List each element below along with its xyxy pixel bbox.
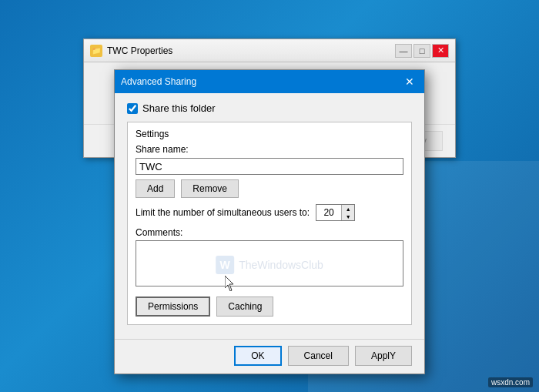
share-folder-checkbox[interactable] xyxy=(127,103,138,114)
dialog-body: Share this folder Settings Share name: A… xyxy=(115,93,424,339)
outer-window-title: TWC Properties xyxy=(107,45,390,56)
wsxdn-badge: wsxdn.com xyxy=(488,377,533,387)
share-name-label: Share name: xyxy=(136,144,403,155)
apply-btn[interactable]: ApplY xyxy=(355,346,412,366)
dialog-footer: OK Cancel ApplY xyxy=(115,339,424,374)
share-folder-row: Share this folder xyxy=(127,102,412,114)
user-limit-input[interactable] xyxy=(316,205,341,220)
permissions-btn[interactable]: Permissions xyxy=(136,297,210,317)
comments-wrapper: W TheWindowsClub xyxy=(136,240,403,289)
remove-btn[interactable]: Remove xyxy=(181,179,239,198)
share-name-input[interactable] xyxy=(136,158,403,175)
user-limit-spinner[interactable]: ▲ ▼ xyxy=(316,204,355,221)
outer-maximize-btn[interactable]: □ xyxy=(413,44,430,58)
spinner-down-btn[interactable]: ▼ xyxy=(342,213,354,220)
comments-label: Comments: xyxy=(136,227,403,238)
advanced-sharing-dialog: Advanced Sharing ✕ Share this folder Set… xyxy=(114,69,425,374)
outer-minimize-btn[interactable]: — xyxy=(395,44,412,58)
settings-group: Settings Share name: Add Remove Limit th… xyxy=(127,122,412,325)
comments-textarea[interactable] xyxy=(136,240,403,286)
folder-icon: 📁 xyxy=(90,45,102,57)
settings-label: Settings xyxy=(136,129,403,139)
share-folder-label: Share this folder xyxy=(142,102,216,114)
spinner-up-btn[interactable]: ▲ xyxy=(342,205,354,213)
outer-window-controls: — □ ✕ xyxy=(395,44,449,58)
caching-btn[interactable]: Caching xyxy=(216,297,273,317)
limit-users-row: Limit the number of simultaneous users t… xyxy=(136,204,403,221)
outer-close-btn[interactable]: ✕ xyxy=(432,44,449,58)
ok-btn[interactable]: OK xyxy=(234,346,281,366)
spinner-buttons: ▲ ▼ xyxy=(341,205,354,220)
cancel-btn[interactable]: Cancel xyxy=(288,346,349,366)
limit-label: Limit the number of simultaneous users t… xyxy=(136,207,310,218)
perm-caching-row: Permissions Caching xyxy=(136,297,403,317)
outer-titlebar: 📁 TWC Properties — □ ✕ xyxy=(84,39,455,62)
inner-titlebar: Advanced Sharing ✕ xyxy=(115,70,424,93)
inner-dialog-title: Advanced Sharing xyxy=(121,76,401,87)
inner-close-btn[interactable]: ✕ xyxy=(401,73,418,90)
add-remove-row: Add Remove xyxy=(136,179,403,198)
add-btn[interactable]: Add xyxy=(136,179,175,198)
